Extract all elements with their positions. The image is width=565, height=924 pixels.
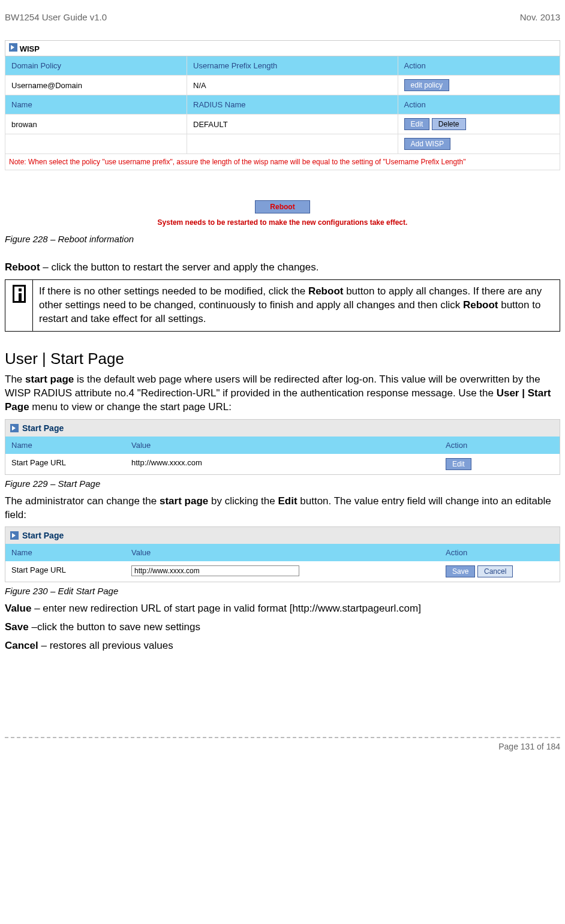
cell-name: browan [5,115,187,134]
cancel-button[interactable]: Cancel [477,565,513,577]
cell-domain-policy: Username@Domain [5,76,187,95]
info-box: If there is no other settings needed to … [5,279,560,332]
wisp-note: Note: When select the policy "use userna… [5,154,560,170]
cell-prefix-length: N/A [187,76,398,95]
delete-button[interactable]: Delete [432,118,466,130]
col-name: Name [5,544,125,561]
save-description: Save –click the button to save new setti… [5,621,560,634]
reboot-button[interactable]: Reboot [255,200,309,213]
wisp-table: WISP Domain Policy Username Prefix Lengt… [5,40,560,170]
row-value: http://www.xxxx.com [125,454,440,474]
col-prefix-length: Username Prefix Length [187,56,398,76]
col-action: Action [440,437,560,454]
col-action: Action [440,544,560,561]
edit-policy-button[interactable]: edit policy [404,79,449,91]
row-name: Start Page URL [5,561,125,582]
figure-229-caption: Figure 229 – Start Page [5,478,560,489]
start-page-view: Start Page Name Value Action Start Page … [5,419,560,475]
edit-button[interactable]: Edit [446,458,471,470]
reboot-description: Reboot – click the button to restart the… [5,261,560,275]
wisp-title: WISP [20,44,40,53]
save-button[interactable]: Save [446,565,475,577]
edit-button[interactable]: Edit [404,118,430,130]
col-name: Name [5,437,125,454]
start-page-edit: Start Page Name Value Action Start Page … [5,526,560,582]
figure-228-caption: Figure 228 – Reboot information [5,234,560,244]
doc-title: BW1254 User Guide v1.0 [5,12,107,22]
intro-paragraph: The start page is the default web page w… [5,373,560,414]
info-text: If there is no other settings needed to … [33,279,560,331]
cell-radius: DEFAULT [187,115,398,134]
col-radius-name: RADIUS Name [187,95,398,115]
value-description: Value – enter new redirection URL of sta… [5,602,560,616]
reboot-message: System needs to be restarted to make the… [5,218,560,227]
col-value: Value [125,437,440,454]
info-icon [13,285,26,303]
cancel-description: Cancel – restores all previous values [5,639,560,653]
add-wisp-button[interactable]: Add WISP [404,138,450,150]
col-action: Action [398,56,560,76]
admin-paragraph: The administrator can change the start p… [5,495,560,522]
figure-230-caption: Figure 230 – Edit Start Page [5,586,560,596]
url-input[interactable] [131,565,299,576]
col-name: Name [5,95,187,115]
page-header: BW1254 User Guide v1.0 Nov. 2013 [5,12,560,22]
col-value: Value [125,544,440,561]
page-footer: Page 131 of 184 [5,737,560,751]
expand-icon [10,424,19,432]
expand-icon [10,531,19,540]
col-action-2: Action [398,95,560,115]
expand-icon [9,43,17,52]
row-name: Start Page URL [5,454,125,474]
col-domain-policy: Domain Policy [5,56,187,76]
start-page-title: Start Page [22,423,64,433]
doc-date: Nov. 2013 [520,12,560,22]
start-page-title: Start Page [22,531,64,540]
section-title: User | Start Page [5,350,560,368]
